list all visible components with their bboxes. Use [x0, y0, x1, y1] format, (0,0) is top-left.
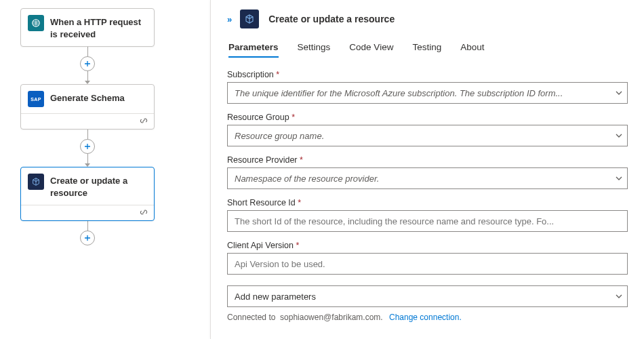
- connection-link-icon[interactable]: [139, 207, 148, 217]
- change-connection-link[interactable]: Change connection.: [389, 313, 462, 322]
- field-label: Short Resource Id *: [227, 198, 628, 207]
- plus-icon: [84, 235, 91, 241]
- short-resource-id-input[interactable]: [227, 210, 628, 232]
- http-icon: [28, 15, 44, 31]
- connection-info: Connected to sophiaowen@fabrikam.com. Ch…: [227, 313, 628, 322]
- field-subscription: Subscription * The unique identifier for…: [227, 70, 628, 104]
- add-new-parameters: Add new parameters: [227, 285, 628, 307]
- connection-account: sophiaowen@fabrikam.com.: [280, 313, 383, 322]
- tab-about[interactable]: About: [460, 42, 484, 58]
- client-api-version-input[interactable]: [227, 253, 628, 275]
- action-node-create-update-resource[interactable]: Create or update a resource: [20, 167, 155, 221]
- field-short-resource-id: Short Resource Id *: [227, 198, 628, 232]
- add-step-button[interactable]: [80, 56, 95, 71]
- field-resource-group: Resource Group * Resource group name.: [227, 113, 628, 146]
- field-label: Client Api Version *: [227, 241, 628, 250]
- resource-provider-select[interactable]: Namespace of the resource provider.: [227, 167, 628, 189]
- arm-icon: [240, 9, 259, 28]
- connector: [20, 129, 155, 167]
- node-title: Create or update a resource: [50, 174, 147, 199]
- tab-settings[interactable]: Settings: [298, 42, 331, 58]
- add-step-button[interactable]: [80, 231, 95, 245]
- panel-tabs: Parameters Settings Code View Testing Ab…: [227, 42, 628, 58]
- action-node-generate-schema[interactable]: SAP Generate Schema: [20, 84, 155, 129]
- node-footer: [21, 113, 154, 129]
- tab-parameters[interactable]: Parameters: [228, 42, 279, 58]
- resource-group-select[interactable]: Resource group name.: [227, 125, 628, 146]
- sap-icon: SAP: [28, 91, 44, 107]
- panel-title: Create or update a resource: [268, 14, 395, 24]
- add-parameters-select[interactable]: Add new parameters: [227, 285, 628, 307]
- node-title: When a HTTP request is received: [50, 15, 147, 40]
- subscription-select[interactable]: The unique identifier for the Microsoft …: [227, 82, 628, 104]
- arm-icon: [28, 174, 44, 190]
- field-resource-provider: Resource Provider * Namespace of the res…: [227, 155, 628, 189]
- plus-icon: [84, 143, 91, 150]
- connection-link-icon[interactable]: [139, 116, 148, 125]
- add-step-button[interactable]: [80, 139, 95, 154]
- field-label: Subscription *: [227, 70, 628, 79]
- node-footer: [21, 205, 154, 220]
- collapse-panel-button[interactable]: »: [227, 14, 230, 24]
- designer-canvas: When a HTTP request is received SAP Gene…: [0, 0, 210, 339]
- field-label: Resource Provider *: [227, 155, 628, 165]
- connector: [20, 47, 155, 84]
- action-config-panel: » Create or update a resource Parameters…: [210, 0, 644, 339]
- node-title: Generate Schema: [50, 91, 125, 104]
- plus-icon: [84, 60, 91, 67]
- tab-testing[interactable]: Testing: [412, 42, 441, 58]
- tab-code-view[interactable]: Code View: [349, 42, 393, 58]
- field-client-api-version: Client Api Version *: [227, 241, 628, 275]
- trigger-node-http-request[interactable]: When a HTTP request is received: [20, 8, 155, 47]
- field-label: Resource Group *: [227, 113, 628, 122]
- connector: [20, 221, 155, 245]
